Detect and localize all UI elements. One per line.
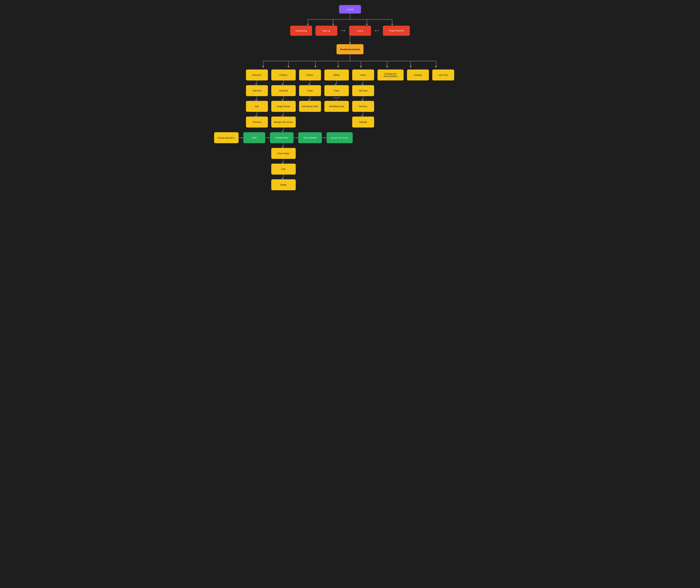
svg-marker-31 xyxy=(410,66,412,68)
svg-marker-23 xyxy=(314,66,316,68)
svg-marker-11 xyxy=(344,30,345,31)
billing-track-node[interactable]: Track xyxy=(324,85,349,96)
svg-marker-25 xyxy=(337,66,339,68)
svg-marker-21 xyxy=(287,66,289,68)
svg-marker-3 xyxy=(307,24,309,26)
orders-manual-node[interactable]: Add Manual Order xyxy=(299,101,321,112)
svg-marker-33 xyxy=(435,66,437,68)
svg-marker-29 xyxy=(386,66,388,68)
launch-node[interactable]: Launch xyxy=(339,5,361,13)
clone-website-node[interactable]: Clone Website xyxy=(298,132,322,143)
svg-marker-39 xyxy=(297,137,298,138)
manage-user-access-node[interactable]: Manage User Access xyxy=(327,132,353,143)
projects-clone-node[interactable]: Clone Project xyxy=(271,148,296,159)
projects-manage-apps-node[interactable]: Manage Applications xyxy=(214,132,239,143)
billing-add-cycle-node[interactable]: Add Billing Cycle xyxy=(324,101,349,112)
svg-marker-9 xyxy=(391,24,393,26)
domains-edit-node[interactable]: Edit xyxy=(246,101,268,112)
users-remove-node[interactable]: Remove xyxy=(352,101,374,112)
projects-edit-node[interactable]: Edit xyxy=(271,164,296,174)
dashboard-node[interactable]: Dashboard (Home) xyxy=(337,44,363,54)
projects-assign-node[interactable]: Assign Domain xyxy=(271,101,296,112)
domains-add-node[interactable]: Add New xyxy=(246,85,268,96)
svg-marker-7 xyxy=(366,24,368,26)
users-add-node[interactable]: Add New xyxy=(352,85,374,96)
projects-add-node[interactable]: Add New xyxy=(271,85,296,96)
add-text-label: Add text xyxy=(333,96,340,99)
svg-marker-35 xyxy=(242,137,243,138)
onboarding-node[interactable]: Onboarding xyxy=(290,26,312,36)
projects-node[interactable]: Projects xyxy=(271,69,296,80)
dev-docs-node[interactable]: Development Documentation xyxy=(377,69,404,80)
orders-track-node[interactable]: Track xyxy=(299,85,321,96)
orders-node[interactable]: Orders xyxy=(299,69,321,80)
svg-marker-37 xyxy=(268,137,270,138)
settings-node[interactable]: Settings xyxy=(407,69,429,80)
projects-delete-node[interactable]: Delete xyxy=(271,179,296,190)
svg-marker-41 xyxy=(325,137,326,138)
projects-manage-user-node[interactable]: Manage User Access xyxy=(271,116,296,127)
cms-node[interactable]: CMS xyxy=(243,132,265,143)
svg-marker-13 xyxy=(374,30,376,31)
domains-remove-node[interactable]: Remove xyxy=(246,116,268,127)
billing-node[interactable]: Billing xyxy=(324,69,349,80)
login-node[interactable]: Log In xyxy=(349,26,371,36)
signup-node[interactable]: Sign Up xyxy=(315,26,337,36)
users-node[interactable]: Users xyxy=(352,69,374,80)
svg-marker-15 xyxy=(349,42,351,44)
frontend-files-node[interactable]: Frontend Files xyxy=(270,132,294,143)
svg-marker-27 xyxy=(360,66,362,68)
domains-node[interactable]: Domains xyxy=(246,69,268,80)
users-settings-node[interactable]: Settings xyxy=(352,116,374,127)
forgot-password-node[interactable]: Forgot Password xyxy=(383,26,410,36)
svg-marker-5 xyxy=(332,24,334,26)
live-chat-node[interactable]: Live Chat xyxy=(432,69,454,80)
svg-marker-19 xyxy=(262,66,264,68)
